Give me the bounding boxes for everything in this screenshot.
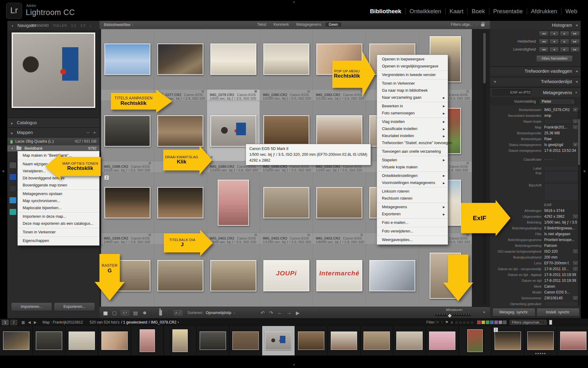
step-far-left-button[interactable]: ◀◀: [539, 47, 548, 52]
metadata-action-icon[interactable]: →: [572, 249, 578, 254]
filmstrip-cell[interactable]: [459, 326, 492, 355]
metadata-action-icon[interactable]: ≡: [572, 142, 578, 147]
filter-preset-dropdown[interactable]: Filters uitge...: [451, 22, 473, 27]
photo-thumbnail[interactable]: [210, 260, 256, 291]
grid-cell[interactable]: 2: [101, 173, 154, 233]
metadata-value[interactable]: 17-8-2011 10:19:39: [544, 278, 578, 283]
step-right-button[interactable]: ▶: [560, 39, 569, 44]
filmstrip-thumbnail[interactable]: [3, 332, 29, 350]
flag-reject-icon[interactable]: ⚑: [445, 320, 449, 324]
photo-thumbnail[interactable]: [210, 44, 256, 75]
slideshow-play-icon[interactable]: ▶: [296, 310, 300, 316]
filter-tab[interactable]: Metagegevens: [293, 22, 324, 27]
photo-thumbnail[interactable]: [104, 44, 150, 75]
grid-icon[interactable]: ▦: [21, 320, 25, 324]
loupe-view-icon[interactable]: ▢: [112, 310, 117, 316]
metadata-value[interactable]: 200 mm: [544, 255, 578, 259]
people-view-icon[interactable]: ☻: [142, 310, 147, 316]
metadata-value[interactable]: 0 Belichtingswaa...: [544, 226, 578, 230]
collapse-left-icon[interactable]: ◀: [2, 169, 4, 173]
filmstrip-thumbnail[interactable]: [396, 332, 423, 350]
step-far-right-button[interactable]: ▶▶: [570, 47, 580, 52]
menu-item[interactable]: Bovenliggende map tonen ▶: [18, 182, 99, 189]
metadata-value[interactable]: 17-8-2011 10:19:39: [544, 273, 578, 277]
module-tab[interactable]: Bibliotheek: [366, 8, 405, 15]
filmstrip-thumbnail[interactable]: [331, 332, 357, 350]
painter-spray-icon[interactable]: [159, 310, 162, 316]
metadata-value[interactable]: ISO 320: [544, 249, 571, 254]
metadata-value[interactable]: Is niet afgegaan: [544, 232, 578, 236]
none-label-icon[interactable]: [503, 320, 507, 324]
navigator-header[interactable]: ▼ Navigator PASSEND VULLEN 1:1 1:2 ↕: [7, 21, 100, 30]
filmstrip-cell[interactable]: [131, 326, 164, 355]
filmstrip-thumbnail[interactable]: [364, 332, 390, 350]
filter-tab[interactable]: Tekst: [254, 22, 269, 27]
publish-service-icon[interactable]: [9, 185, 17, 192]
filmstrip-cell[interactable]: [262, 326, 295, 355]
photo-thumbnail[interactable]: Intermarché: [316, 260, 362, 291]
module-tab[interactable]: Boek: [467, 8, 489, 15]
metadata-value[interactable]: [544, 183, 578, 201]
filmstrip-cell[interactable]: 2: [492, 326, 524, 355]
filmstrip-cell[interactable]: [197, 326, 229, 355]
menu-item[interactable]: Kleurlabel instellen ▶: [377, 132, 448, 140]
menu-item[interactable]: Virtuele kopie maken ▶: [377, 164, 448, 171]
filmstrip-source[interactable]: Map : Frankrijk20110812: [43, 320, 83, 324]
grid-cell[interactable]: [260, 173, 313, 233]
metadata-value[interactable]: EF70-200mm f.: [544, 261, 571, 265]
module-tab[interactable]: Presentatie: [489, 8, 527, 15]
publish-service-icon[interactable]: [9, 174, 17, 180]
caption-cell[interactable]: · · · · · IMG_0388.CR2Canon EOS 5D ... 1…: [101, 161, 154, 173]
rating-stars[interactable]: ☆☆☆☆☆: [455, 320, 474, 325]
step-far-right-button[interactable]: ▶▶: [570, 31, 580, 36]
metadata-value[interactable]: xmp: [544, 113, 578, 118]
sort-value-dropdown[interactable]: Opnametijdstip: [206, 311, 231, 315]
grid-cell[interactable]: [154, 29, 207, 89]
photo-thumbnail[interactable]: [104, 115, 150, 147]
filmstrip-cell[interactable]: [393, 326, 426, 355]
reset-all-button[interactable]: Alles herstellen: [536, 55, 573, 62]
step-left-button[interactable]: ◀: [549, 47, 559, 52]
remove-folder-icon[interactable]: −: [87, 130, 89, 135]
caption-cell[interactable]: · · · · · IMG_0380.CR2Canon EOS 5D ... 1…: [260, 89, 313, 101]
metadata-value[interactable]: Raw: [544, 137, 578, 141]
folder-row-beeldbank[interactable]: ▼ Beeldbank 9792: [7, 145, 100, 151]
grid-view-icon[interactable]: ▦: [103, 310, 108, 316]
add-keyword-icon[interactable]: +: [494, 77, 496, 86]
grid-cell[interactable]: [207, 173, 260, 233]
gray-label-icon[interactable]: [499, 320, 502, 324]
keywording-header[interactable]: Trefwoorden vastleggen ◀: [490, 66, 581, 75]
filmstrip-thumbnail[interactable]: [467, 329, 483, 352]
grid-cell[interactable]: [101, 29, 154, 89]
filmstrip-thumbnail[interactable]: [101, 332, 128, 350]
photo-thumbnail[interactable]: [263, 187, 309, 218]
menu-item[interactable]: Rechtsom roteren ▶: [377, 195, 448, 202]
triangle-down-icon[interactable]: ▼: [483, 311, 486, 314]
sync-settings-button[interactable]: Instell. synchr.: [537, 308, 579, 316]
flag-pick-icon[interactable]: ⚐: [436, 320, 439, 324]
zoom-passend[interactable]: PASSEND: [32, 24, 49, 27]
filmstrip-thumbnail[interactable]: [36, 332, 62, 350]
metadata-value[interactable]: Frankrijk201...: [544, 125, 571, 129]
main-window-button[interactable]: 1: [2, 320, 9, 325]
metadata-value[interactable]: Prioriteit lensope...: [544, 238, 578, 242]
step-far-left-button[interactable]: ◀◀: [539, 31, 548, 36]
menu-item[interactable]: Foto samenvoegen ▶: [377, 110, 448, 117]
menu-item[interactable]: Vlag instellen ▶: [377, 117, 448, 125]
keywordlist-header[interactable]: + Trefwoordenlijst ◀: [490, 77, 581, 85]
publish-service-icon[interactable]: [9, 162, 17, 169]
rotate-right-icon[interactable]: ↷: [269, 310, 273, 316]
caption-cell[interactable]: · · · · · IMG_0402.CR2Canon EOS 5D ... 1…: [260, 233, 313, 244]
filmstrip-thumbnail[interactable]: [298, 332, 324, 350]
grid-cell[interactable]: [260, 29, 313, 89]
metadata-value[interactable]: 17-8-2011 10...: [544, 267, 571, 271]
filmstrip-cell[interactable]: [33, 326, 66, 355]
yellow-label-icon[interactable]: [481, 320, 485, 324]
preset-dropdown[interactable]: Pieter ↕: [539, 99, 575, 105]
menu-item[interactable]: Ontwikkelinstellingen ▶: [377, 171, 448, 179]
metadata-action-icon[interactable]: →: [572, 214, 578, 219]
step-right-button[interactable]: ▶: [560, 47, 569, 52]
filmstrip-thumbnail[interactable]: [495, 332, 521, 350]
menu-item[interactable]: Ga naar map in bibliotheek ▶: [377, 87, 448, 94]
survey-view-icon[interactable]: ▤: [133, 310, 138, 316]
